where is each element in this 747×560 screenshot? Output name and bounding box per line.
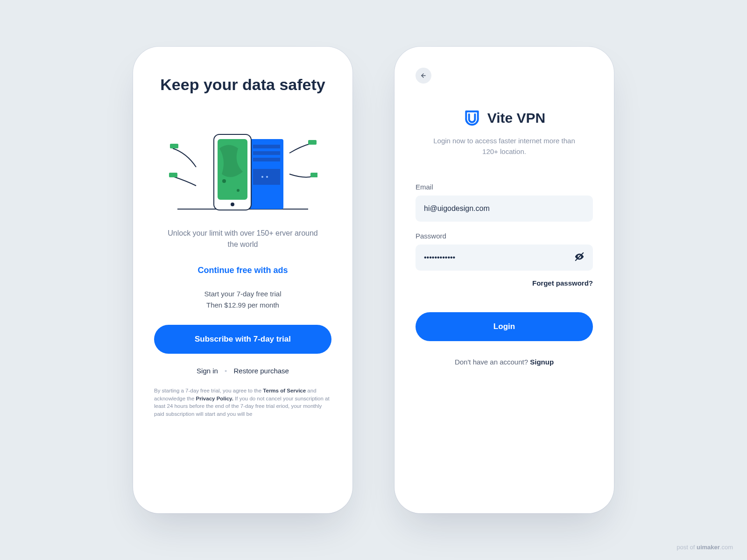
back-button[interactable] bbox=[416, 68, 431, 84]
email-field[interactable] bbox=[416, 196, 593, 222]
bottom-links: Sign in • Restore purchase bbox=[154, 367, 331, 375]
email-input[interactable] bbox=[424, 204, 585, 213]
login-button[interactable]: Login bbox=[416, 312, 593, 341]
login-screen: Vite VPN Login now to access faster inte… bbox=[395, 47, 614, 513]
hero-illustration bbox=[168, 116, 317, 214]
svg-rect-7 bbox=[253, 151, 280, 155]
trial-line-2: Then $12.99 per month bbox=[154, 300, 331, 311]
svg-rect-6 bbox=[253, 145, 280, 148]
trial-line-1: Start your 7-day free trial bbox=[154, 288, 331, 300]
signup-link[interactable]: Signup bbox=[530, 358, 554, 366]
trial-info: Start your 7-day free trial Then $12.99 … bbox=[154, 288, 331, 311]
restore-purchase-link[interactable]: Restore purchase bbox=[234, 367, 289, 375]
logo-row: Vite VPN bbox=[416, 109, 593, 127]
subtitle-text: Unlock your limit with over 150+ erver a… bbox=[154, 228, 331, 251]
svg-rect-8 bbox=[253, 158, 280, 161]
forgot-password-link[interactable]: Forget password? bbox=[416, 279, 593, 287]
arrow-left-icon bbox=[420, 72, 427, 79]
eye-off-icon bbox=[574, 252, 585, 262]
svg-point-10 bbox=[261, 176, 263, 178]
sign-in-link[interactable]: Sign in bbox=[197, 367, 218, 375]
shield-logo-icon bbox=[463, 109, 481, 127]
password-label: Password bbox=[416, 232, 593, 240]
svg-rect-1 bbox=[170, 144, 178, 148]
subscribe-button[interactable]: Subscribe with 7-day trial bbox=[154, 325, 331, 354]
svg-rect-3 bbox=[308, 140, 317, 145]
signup-prefix: Don't have an account? bbox=[455, 358, 530, 366]
signup-row: Don't have an account? Signup bbox=[416, 358, 593, 366]
email-label: Email bbox=[416, 183, 593, 191]
onboarding-screen: Keep your data safety bbox=[133, 47, 352, 513]
toggle-password-visibility[interactable] bbox=[574, 252, 585, 264]
svg-point-16 bbox=[231, 203, 234, 206]
svg-point-11 bbox=[266, 176, 268, 178]
login-subtitle: Login now to access faster internet more… bbox=[416, 135, 593, 157]
svg-rect-4 bbox=[310, 173, 317, 177]
svg-rect-2 bbox=[169, 173, 177, 177]
privacy-link[interactable]: Privacy Policy. bbox=[196, 396, 233, 401]
app-name: Vite VPN bbox=[487, 110, 546, 126]
legal-text: By starting a 7-day free trial, you agre… bbox=[154, 387, 331, 418]
page-title: Keep your data safety bbox=[154, 75, 331, 95]
password-input[interactable] bbox=[424, 253, 585, 262]
svg-point-14 bbox=[222, 179, 226, 183]
password-field[interactable] bbox=[416, 245, 593, 271]
watermark: post of uimaker.com bbox=[677, 544, 733, 551]
divider-dot: • bbox=[225, 367, 227, 375]
svg-point-15 bbox=[237, 189, 240, 192]
tos-link[interactable]: Terms of Service bbox=[263, 388, 306, 393]
continue-free-link[interactable]: Continue free with ads bbox=[154, 266, 331, 275]
